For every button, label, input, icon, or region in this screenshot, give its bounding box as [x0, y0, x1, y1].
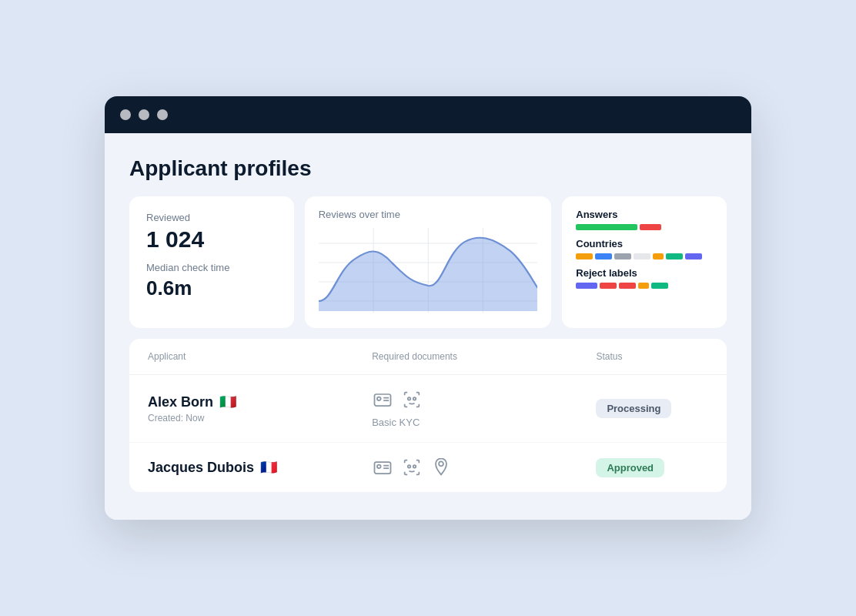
- reject-title: Reject labels: [576, 267, 713, 279]
- answer-bar-1: [576, 224, 637, 230]
- applicant-name-text-1: Alex Born: [148, 394, 213, 410]
- country-bar-5: [653, 253, 664, 259]
- svg-point-14: [377, 465, 381, 469]
- stats-row: Reviewed 1 024 Median check time 0.6m Re…: [129, 196, 727, 328]
- titlebar-dot-2: [139, 109, 149, 120]
- reject-bar-4: [638, 283, 649, 289]
- svg-point-11: [408, 397, 411, 400]
- svg-point-17: [408, 465, 411, 468]
- table-header: Applicant Required documents Status: [129, 339, 727, 375]
- status-badge-2: Approved: [596, 458, 664, 477]
- reject-bar-1: [576, 283, 597, 289]
- face-scan-icon: [401, 457, 423, 478]
- median-label: Median check time: [146, 262, 277, 273]
- doc-icons-1: [372, 389, 596, 410]
- applicant-cell-1: Alex Born 🇮🇹 Created: Now: [148, 393, 372, 424]
- reject-section: Reject labels: [576, 267, 713, 289]
- applicant-name-2: Jacques Dubois 🇫🇷: [148, 459, 372, 476]
- face-scan-icon: [401, 389, 423, 410]
- median-value: 0.6m: [146, 276, 277, 300]
- answers-section: Answers: [576, 209, 713, 230]
- reject-bar-2: [600, 283, 617, 289]
- table-row[interactable]: Alex Born 🇮🇹 Created: Now: [129, 375, 727, 443]
- reject-bar-3: [619, 283, 636, 289]
- status-cell-1: Processing: [596, 399, 708, 418]
- titlebar-dot-3: [157, 109, 168, 120]
- page-title: Applicant profiles: [129, 156, 727, 181]
- answers-title: Answers: [576, 209, 713, 220]
- answers-bars: [576, 224, 713, 230]
- answer-bar-2: [640, 224, 661, 230]
- docs-cell-1: Basic KYC: [372, 389, 596, 428]
- docs-cell-2: [372, 457, 596, 478]
- applicant-flag-1: 🇮🇹: [219, 393, 236, 410]
- applicant-flag-2: 🇫🇷: [260, 459, 277, 476]
- chart-title: Reviews over time: [319, 209, 538, 220]
- reviews-chart: [319, 228, 538, 313]
- table-row[interactable]: Jacques Dubois 🇫🇷: [129, 443, 727, 492]
- answers-card: Answers Countries: [562, 196, 727, 328]
- doc-icons-2: [372, 457, 596, 478]
- reviewed-label: Reviewed: [146, 212, 277, 223]
- applicant-created-1: Created: Now: [148, 413, 372, 424]
- col-docs: Required documents: [372, 351, 596, 362]
- reviewed-card: Reviewed 1 024 Median check time 0.6m: [129, 196, 294, 328]
- countries-section: Countries: [576, 238, 713, 259]
- reject-bars: [576, 283, 713, 289]
- country-bar-6: [666, 253, 683, 259]
- svg-point-12: [413, 397, 416, 400]
- country-bar-3: [614, 253, 631, 259]
- titlebar: [105, 96, 751, 133]
- col-status: Status: [596, 351, 708, 362]
- country-bar-2: [595, 253, 612, 259]
- status-badge-1: Processing: [596, 399, 671, 418]
- col-applicant: Applicant: [148, 351, 372, 362]
- svg-point-8: [377, 397, 381, 401]
- country-bar-4: [634, 253, 650, 259]
- applicants-table: Applicant Required documents Status Alex…: [129, 339, 727, 492]
- countries-title: Countries: [576, 238, 713, 249]
- reject-bar-5: [651, 283, 668, 289]
- country-bar-7: [685, 253, 702, 259]
- main-content: Applicant profiles Reviewed 1 024 Median…: [105, 133, 751, 520]
- doc-label-1: Basic KYC: [372, 417, 596, 428]
- svg-point-19: [439, 461, 443, 466]
- app-window: Applicant profiles Reviewed 1 024 Median…: [105, 96, 751, 520]
- status-cell-2: Approved: [596, 458, 708, 477]
- countries-bars: [576, 253, 713, 259]
- applicant-cell-2: Jacques Dubois 🇫🇷: [148, 459, 372, 476]
- chart-card: Reviews over time: [305, 196, 552, 328]
- id-card-icon: [372, 457, 393, 478]
- applicant-name-1: Alex Born 🇮🇹: [148, 393, 372, 410]
- titlebar-dot-1: [120, 109, 131, 120]
- id-card-icon: [372, 389, 393, 410]
- country-bar-1: [576, 253, 593, 259]
- reviewed-value: 1 024: [146, 226, 277, 253]
- applicant-name-text-2: Jacques Dubois: [148, 460, 254, 476]
- svg-point-18: [413, 465, 416, 468]
- location-icon: [430, 457, 452, 478]
